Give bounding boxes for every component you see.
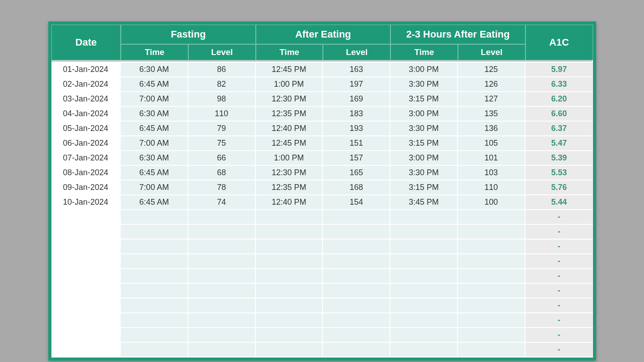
cell-post-level[interactable]: 103 xyxy=(458,166,525,181)
cell-fasting-time[interactable]: 7:00 AM xyxy=(121,136,188,151)
cell-after-time-empty[interactable] xyxy=(256,299,323,313)
cell-fasting-level[interactable]: 68 xyxy=(188,166,256,181)
cell-fasting-level[interactable]: 82 xyxy=(188,77,256,92)
cell-fasting-level[interactable]: 86 xyxy=(188,63,256,77)
cell-post-time-empty[interactable] xyxy=(390,210,458,225)
cell-post-level[interactable]: 110 xyxy=(458,181,525,195)
cell-fasting-level-empty[interactable] xyxy=(188,210,256,225)
cell-after-level[interactable]: 157 xyxy=(323,151,390,166)
cell-after-level[interactable]: 163 xyxy=(323,63,390,77)
cell-fasting-time[interactable]: 6:45 AM xyxy=(121,166,188,181)
cell-after-time[interactable]: 12:35 PM xyxy=(256,181,323,195)
cell-fasting-level[interactable]: 79 xyxy=(188,122,256,136)
cell-after-level-empty[interactable] xyxy=(323,225,390,240)
cell-after-level-empty[interactable] xyxy=(323,343,390,358)
cell-post-level-empty[interactable] xyxy=(458,240,525,254)
cell-post-time-empty[interactable] xyxy=(390,299,458,313)
cell-post-level[interactable]: 126 xyxy=(458,77,525,92)
cell-fasting-level-empty[interactable] xyxy=(188,343,256,358)
cell-fasting-level-empty[interactable] xyxy=(188,328,256,343)
cell-after-level[interactable]: 165 xyxy=(323,166,390,181)
cell-post-time[interactable]: 3:00 PM xyxy=(390,151,458,166)
cell-after-time[interactable]: 1:00 PM xyxy=(256,151,323,166)
cell-after-level[interactable]: 197 xyxy=(323,77,390,92)
cell-post-time[interactable]: 3:15 PM xyxy=(390,92,458,107)
cell-after-time-empty[interactable] xyxy=(256,313,323,328)
cell-after-time[interactable]: 12:40 PM xyxy=(256,122,323,136)
cell-post-time-empty[interactable] xyxy=(390,328,458,343)
cell-fasting-time-empty[interactable] xyxy=(121,299,188,313)
cell-post-level-empty[interactable] xyxy=(458,299,525,313)
cell-post-level[interactable]: 105 xyxy=(458,136,525,151)
cell-after-time-empty[interactable] xyxy=(256,210,323,225)
cell-after-level-empty[interactable] xyxy=(323,328,390,343)
cell-fasting-time-empty[interactable] xyxy=(121,284,188,299)
cell-after-time[interactable]: 12:35 PM xyxy=(256,107,323,122)
cell-fasting-time[interactable]: 6:30 AM xyxy=(121,63,188,77)
cell-fasting-level-empty[interactable] xyxy=(188,299,256,313)
cell-fasting-level[interactable]: 78 xyxy=(188,181,256,195)
cell-after-time[interactable]: 12:45 PM xyxy=(256,63,323,77)
cell-after-level-empty[interactable] xyxy=(323,240,390,254)
cell-date-empty[interactable] xyxy=(51,284,121,299)
cell-a1c-empty[interactable]: - xyxy=(525,210,593,225)
cell-date-empty[interactable] xyxy=(51,269,121,284)
cell-post-level-empty[interactable] xyxy=(458,343,525,358)
cell-date[interactable]: 07-Jan-2024 xyxy=(51,151,121,166)
cell-after-time-empty[interactable] xyxy=(256,254,323,269)
cell-fasting-level[interactable]: 98 xyxy=(188,92,256,107)
cell-a1c-empty[interactable]: - xyxy=(525,343,593,358)
cell-post-level[interactable]: 127 xyxy=(458,92,525,107)
cell-post-time-empty[interactable] xyxy=(390,269,458,284)
cell-post-level-empty[interactable] xyxy=(458,284,525,299)
cell-post-time[interactable]: 3:15 PM xyxy=(390,136,458,151)
cell-fasting-time-empty[interactable] xyxy=(121,254,188,269)
cell-fasting-level-empty[interactable] xyxy=(188,313,256,328)
cell-after-level[interactable]: 193 xyxy=(323,122,390,136)
cell-a1c-empty[interactable]: - xyxy=(525,299,593,313)
cell-fasting-level-empty[interactable] xyxy=(188,254,256,269)
cell-after-level-empty[interactable] xyxy=(323,313,390,328)
cell-a1c[interactable]: 6.60 xyxy=(525,107,593,122)
cell-after-time[interactable]: 12:30 PM xyxy=(256,92,323,107)
cell-post-level-empty[interactable] xyxy=(458,313,525,328)
cell-a1c[interactable]: 6.37 xyxy=(525,122,593,136)
cell-post-level-empty[interactable] xyxy=(458,225,525,240)
cell-a1c-empty[interactable]: - xyxy=(525,225,593,240)
cell-date[interactable]: 03-Jan-2024 xyxy=(51,92,121,107)
cell-post-time-empty[interactable] xyxy=(390,313,458,328)
cell-date-empty[interactable] xyxy=(51,210,121,225)
cell-after-level[interactable]: 154 xyxy=(323,195,390,210)
cell-after-time[interactable]: 12:40 PM xyxy=(256,195,323,210)
cell-a1c[interactable]: 5.97 xyxy=(525,63,593,77)
cell-post-level-empty[interactable] xyxy=(458,210,525,225)
cell-post-time-empty[interactable] xyxy=(390,225,458,240)
cell-date[interactable]: 10-Jan-2024 xyxy=(51,195,121,210)
cell-a1c-empty[interactable]: - xyxy=(525,269,593,284)
cell-a1c-empty[interactable]: - xyxy=(525,284,593,299)
cell-fasting-time-empty[interactable] xyxy=(121,240,188,254)
cell-a1c[interactable]: 5.44 xyxy=(525,195,593,210)
cell-date-empty[interactable] xyxy=(51,254,121,269)
cell-a1c-empty[interactable]: - xyxy=(525,328,593,343)
cell-after-time-empty[interactable] xyxy=(256,225,323,240)
cell-post-level[interactable]: 101 xyxy=(458,151,525,166)
cell-fasting-level[interactable]: 66 xyxy=(188,151,256,166)
cell-fasting-level[interactable]: 74 xyxy=(188,195,256,210)
cell-fasting-time[interactable]: 6:45 AM xyxy=(121,195,188,210)
cell-post-time[interactable]: 3:45 PM xyxy=(390,195,458,210)
cell-fasting-level-empty[interactable] xyxy=(188,225,256,240)
cell-fasting-time[interactable]: 7:00 AM xyxy=(121,181,188,195)
cell-after-time[interactable]: 12:45 PM xyxy=(256,136,323,151)
cell-after-time[interactable]: 1:00 PM xyxy=(256,77,323,92)
cell-fasting-level[interactable]: 110 xyxy=(188,107,256,122)
cell-a1c-empty[interactable]: - xyxy=(525,240,593,254)
cell-fasting-time[interactable]: 6:30 AM xyxy=(121,107,188,122)
cell-after-level[interactable]: 183 xyxy=(323,107,390,122)
cell-fasting-time[interactable]: 6:30 AM xyxy=(121,151,188,166)
cell-after-time-empty[interactable] xyxy=(256,240,323,254)
cell-after-level-empty[interactable] xyxy=(323,299,390,313)
cell-post-time-empty[interactable] xyxy=(390,254,458,269)
cell-date[interactable]: 04-Jan-2024 xyxy=(51,107,121,122)
cell-fasting-time-empty[interactable] xyxy=(121,328,188,343)
